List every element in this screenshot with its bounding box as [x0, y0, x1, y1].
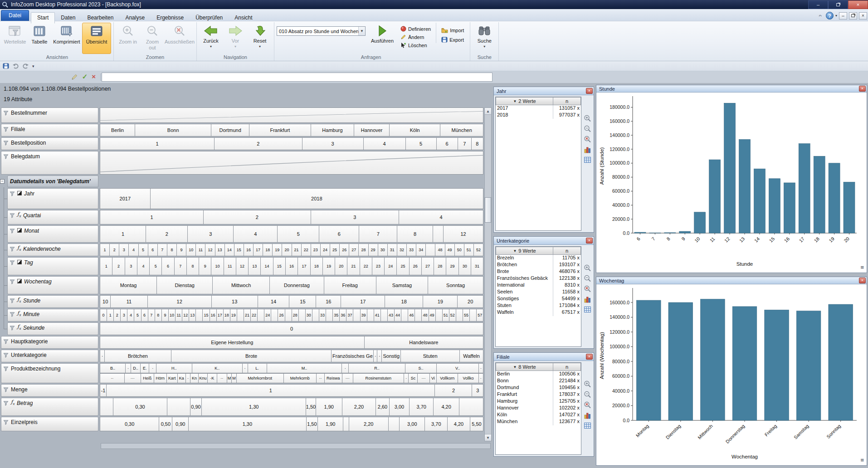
value-cell-8[interactable]: 8 — [155, 309, 162, 322]
value-cell-6[interactable]: 6 — [148, 244, 158, 256]
value-cell-gap[interactable] — [381, 309, 388, 322]
value-cell-18[interactable]: 18 — [311, 257, 323, 275]
value-cell-19[interactable]: 19 — [423, 295, 458, 308]
minimize-button[interactable]: – — [808, 0, 828, 9]
grid-table-icon[interactable] — [584, 422, 591, 429]
value-cell-4[interactable]: 4 — [399, 210, 483, 224]
value-cell-münchen[interactable]: München — [440, 124, 483, 136]
redo-icon[interactable] — [22, 63, 29, 69]
value-cell-hamburg[interactable]: Hamburg — [311, 124, 354, 136]
value-cell-mehrkornb[interactable]: Mehrkornb — [284, 373, 317, 383]
value-cell-0[interactable]: 0 — [100, 309, 107, 322]
value-cell-gap[interactable] — [100, 398, 113, 416]
value-cell-berlin[interactable]: Berlin — [100, 124, 135, 136]
value-cell-3[interactable]: 3 — [119, 244, 129, 256]
value-cell-2[interactable]: 2 — [112, 257, 125, 275]
value-cell-samstag[interactable]: Samstag — [376, 276, 428, 294]
attribute-button-quartal[interactable]: ƒxQuartal — [7, 210, 98, 224]
value-cell-15[interactable]: 15 — [234, 244, 244, 256]
value-cell-2[interactable]: 2 — [215, 137, 302, 150]
value-cell-36[interactable]: 36 — [340, 309, 346, 322]
value-cell-29[interactable]: 29 — [369, 244, 378, 256]
value-cell-49[interactable]: 49 — [429, 309, 436, 322]
value-cell-6[interactable]: 6 — [162, 257, 174, 275]
value-cell-12[interactable]: 12 — [182, 309, 189, 322]
value-cell-13[interactable]: 13 — [189, 309, 196, 322]
value-list-row-brezeln[interactable]: Brezeln11705 x — [496, 255, 581, 262]
value-cell-17[interactable]: 17 — [298, 257, 310, 275]
value-cell-30[interactable]: 30 — [306, 309, 312, 322]
value-cell-2[interactable]: 2 — [110, 244, 119, 256]
ausfuehren-button[interactable]: Ausführen — [369, 23, 395, 45]
value-cell-v[interactable]: V.. — [437, 363, 479, 373]
value-cell-vollko[interactable]: Vollko — [458, 373, 478, 383]
value-cell-43[interactable]: 43 — [388, 309, 395, 322]
value-cell-gap[interactable]: · — [479, 373, 483, 383]
value-cell-kn[interactable]: Kn — [190, 373, 199, 383]
magnifier-minus-icon[interactable] — [584, 275, 591, 282]
value-cell-31[interactable]: 31 — [471, 257, 483, 275]
value-cell-heiß[interactable]: Heiß — [141, 373, 154, 383]
vor-button[interactable]: Vor ▾ — [224, 23, 247, 54]
value-cell-gap[interactable] — [389, 417, 400, 431]
value-cell-gap[interactable] — [433, 225, 444, 243]
value-cell-b[interactable]: B.. — [100, 363, 126, 373]
value-list-row-stuten[interactable]: Stuten171084 x — [496, 302, 581, 309]
value-cell-gap[interactable]: ·· — [100, 373, 125, 383]
value-cell-mittwoch[interactable]: Mittwoch — [213, 276, 270, 294]
value-cell-ka[interactable]: Ka — [178, 373, 186, 383]
value-cell-20[interactable]: 20 — [335, 257, 347, 275]
value-cell-freitag[interactable]: Freitag — [324, 276, 376, 294]
aendern-button[interactable]: Ändern — [399, 34, 432, 40]
value-cell-20[interactable]: 20 — [458, 295, 483, 308]
attribute-button-betrag[interactable]: ƒxBetrag — [1, 398, 98, 416]
value-cell-1-50[interactable]: 1,50 — [306, 398, 316, 416]
query-select[interactable]: 010 Absatz pro Stunde und Wochenta ▼ — [277, 26, 366, 36]
value-list-row-hamburg[interactable]: Hamburg125705 x — [496, 398, 581, 405]
value-cell-4[interactable]: 4 — [137, 257, 150, 275]
doc-restore-button[interactable] — [849, 12, 857, 20]
value-cell-21[interactable]: 21 — [347, 257, 360, 275]
attribute-button-produktbezeichnung[interactable]: Produktbezeichnung — [1, 363, 98, 383]
distribution-cell[interactable] — [100, 107, 483, 123]
attribute-button-sekunde[interactable]: ƒxSekunde — [7, 322, 98, 335]
value-cell-5[interactable]: 5 — [150, 257, 162, 275]
value-cell-2-20[interactable]: 2,20 — [349, 417, 389, 431]
magnifier-plus-icon[interactable] — [584, 115, 591, 122]
value-cell-sc[interactable]: Sc — [409, 373, 418, 383]
value-cell-15[interactable]: 15 — [203, 309, 210, 322]
tab-überprüfen[interactable]: Überprüfen — [190, 13, 229, 23]
help-caret-icon[interactable]: ▾ — [835, 14, 837, 18]
value-cell-13[interactable]: 13 — [249, 257, 261, 275]
definieren-button[interactable]: Definieren — [399, 25, 432, 32]
value-cell-25[interactable]: 25 — [397, 257, 409, 275]
value-cell-5[interactable]: 5 — [278, 225, 319, 243]
value-cell-l[interactable]: L. — [248, 363, 267, 373]
attribute-button-bestellposition[interactable]: Bestellposition — [1, 137, 98, 150]
value-cell-23[interactable]: 23 — [372, 257, 385, 275]
attribute-button-minute[interactable]: ƒxMinute — [7, 309, 98, 322]
value-cell-reiswa[interactable]: Reiswa — [325, 373, 342, 383]
value-cell-gap[interactable] — [271, 309, 278, 322]
value-cell-[interactable]: · — [374, 350, 377, 362]
value-cell-4[interactable]: 4 — [127, 309, 134, 322]
value-cell-19[interactable]: 19 — [230, 309, 237, 322]
value-cell-9[interactable]: 9 — [199, 257, 211, 275]
value-cell-24[interactable]: 24 — [321, 244, 330, 256]
tabelle-button[interactable]: Tabelle — [28, 23, 51, 54]
help-icon[interactable]: ? — [826, 12, 834, 20]
value-cell-14[interactable]: 14 — [258, 295, 290, 308]
value-cell-3-00[interactable]: 3,00 — [390, 398, 410, 416]
bar-chart-icon[interactable] — [584, 146, 591, 153]
value-cell-29[interactable]: 29 — [446, 257, 458, 275]
value-cell-gap[interactable] — [367, 309, 374, 322]
undo-icon[interactable] — [12, 63, 19, 69]
value-cell-33[interactable]: 33 — [407, 244, 416, 256]
value-cell-16[interactable]: 16 — [244, 244, 254, 256]
attribute-button-unterkategorie[interactable]: Unterkategorie — [1, 350, 98, 362]
panel-close-icon[interactable]: × — [586, 88, 593, 94]
value-cell-4[interactable]: 4 — [129, 244, 138, 256]
value-cell-gap[interactable]: · — [404, 373, 409, 383]
value-cell-44[interactable]: 44 — [395, 309, 401, 322]
value-cell-13[interactable]: 13 — [212, 295, 258, 308]
